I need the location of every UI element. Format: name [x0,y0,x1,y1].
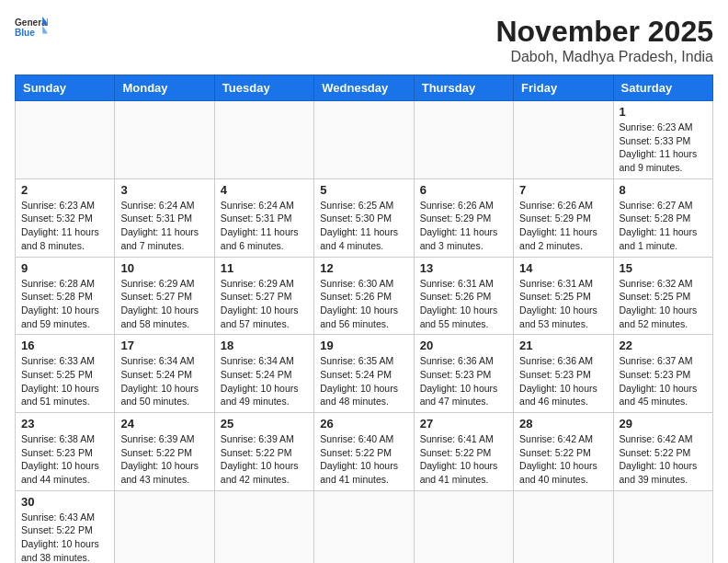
cell-info: Sunset: 5:22 PM [519,446,607,460]
calendar-cell: 25Sunrise: 6:39 AMSunset: 5:22 PMDayligh… [214,413,313,491]
calendar-cell: 6Sunrise: 6:26 AMSunset: 5:29 PMDaylight… [414,178,513,257]
cell-info: Daylight: 10 hours and 52 minutes. [620,304,707,330]
cell-info: Sunset: 5:24 PM [221,368,308,382]
day-number: 15 [620,261,707,275]
cell-info: Daylight: 11 hours and 3 minutes. [420,225,507,252]
day-number: 22 [620,339,707,352]
cell-info: Sunset: 5:32 PM [21,212,108,225]
cell-info: Sunset: 5:22 PM [120,446,208,460]
calendar-week-0: 1Sunrise: 6:23 AMSunset: 5:33 PMDaylight… [16,101,713,179]
cell-info: Sunset: 5:30 PM [320,212,407,225]
cell-info: Daylight: 10 hours and 55 minutes. [420,304,507,330]
cell-info: Sunrise: 6:36 AM [420,354,507,368]
calendar-cell: 1Sunrise: 6:23 AMSunset: 5:33 PMDaylight… [613,101,712,179]
cell-info: Daylight: 11 hours and 1 minute. [620,225,707,252]
calendar-cell: 16Sunrise: 6:33 AMSunset: 5:25 PMDayligh… [16,335,115,413]
weekday-header-tuesday: Tuesday [214,75,313,101]
cell-info: Sunrise: 6:23 AM [21,199,108,213]
cell-info: Daylight: 10 hours and 43 minutes. [120,459,208,486]
cell-info: Sunset: 5:31 PM [221,212,308,225]
day-number: 30 [21,495,108,509]
cell-info: Daylight: 10 hours and 49 minutes. [221,382,308,408]
cell-info: Sunrise: 6:32 AM [620,277,707,291]
calendar-cell: 8Sunrise: 6:27 AMSunset: 5:28 PMDaylight… [613,178,712,257]
day-number: 14 [519,261,607,275]
cell-info: Daylight: 10 hours and 45 minutes. [620,382,707,408]
day-number: 7 [519,183,607,197]
calendar-cell [514,101,613,179]
day-number: 13 [420,261,507,275]
day-number: 17 [120,339,208,352]
calendar-cell: 17Sunrise: 6:34 AMSunset: 5:24 PMDayligh… [115,335,214,413]
cell-info: Sunrise: 6:30 AM [320,277,407,291]
cell-info: Sunrise: 6:23 AM [620,121,707,134]
month-title: November 2025 [495,15,713,49]
calendar-cell [613,490,712,563]
cell-info: Sunrise: 6:29 AM [120,277,208,291]
calendar-week-5: 30Sunrise: 6:43 AMSunset: 5:22 PMDayligh… [16,490,713,563]
weekday-header-wednesday: Wednesday [314,75,414,101]
calendar-week-1: 2Sunrise: 6:23 AMSunset: 5:32 PMDaylight… [16,178,713,257]
calendar-cell: 10Sunrise: 6:29 AMSunset: 5:27 PMDayligh… [115,257,214,335]
calendar-cell: 20Sunrise: 6:36 AMSunset: 5:23 PMDayligh… [414,335,513,413]
weekday-header-monday: Monday [115,75,214,101]
calendar-cell: 23Sunrise: 6:38 AMSunset: 5:23 PMDayligh… [16,413,115,491]
calendar-cell: 3Sunrise: 6:24 AMSunset: 5:31 PMDaylight… [115,178,214,257]
cell-info: Sunrise: 6:39 AM [120,432,208,446]
cell-info: Sunset: 5:23 PM [21,446,108,460]
cell-info: Sunrise: 6:28 AM [21,277,108,291]
calendar-cell: 4Sunrise: 6:24 AMSunset: 5:31 PMDaylight… [214,178,313,257]
calendar-cell [115,101,214,179]
day-number: 25 [221,417,308,431]
cell-info: Sunrise: 6:42 AM [620,432,707,446]
day-number: 3 [120,183,208,197]
weekday-header-row: SundayMondayTuesdayWednesdayThursdayFrid… [16,75,713,101]
cell-info: Daylight: 11 hours and 8 minutes. [21,225,108,252]
cell-info: Daylight: 10 hours and 39 minutes. [620,459,707,486]
calendar-cell [115,490,214,563]
day-number: 21 [519,339,607,352]
cell-info: Sunset: 5:23 PM [620,368,707,382]
day-number: 8 [620,183,707,197]
calendar-cell: 12Sunrise: 6:30 AMSunset: 5:26 PMDayligh… [314,257,414,335]
day-number: 26 [320,417,407,431]
calendar-cell: 9Sunrise: 6:28 AMSunset: 5:28 PMDaylight… [16,257,115,335]
calendar-cell: 11Sunrise: 6:29 AMSunset: 5:27 PMDayligh… [214,257,313,335]
cell-info: Sunrise: 6:27 AM [620,199,707,213]
cell-info: Sunrise: 6:31 AM [519,277,607,291]
cell-info: Daylight: 10 hours and 41 minutes. [320,459,407,486]
calendar-cell: 5Sunrise: 6:25 AMSunset: 5:30 PMDaylight… [314,178,414,257]
cell-info: Sunrise: 6:43 AM [21,511,108,524]
cell-info: Sunset: 5:28 PM [21,290,108,304]
day-number: 24 [120,417,208,431]
calendar-cell: 14Sunrise: 6:31 AMSunset: 5:25 PMDayligh… [514,257,613,335]
calendar-cell [514,490,613,563]
calendar-cell [314,101,414,179]
cell-info: Daylight: 10 hours and 41 minutes. [420,459,507,486]
cell-info: Sunset: 5:27 PM [221,290,308,304]
cell-info: Sunset: 5:22 PM [620,446,707,460]
cell-info: Sunrise: 6:42 AM [519,432,607,446]
cell-info: Daylight: 10 hours and 46 minutes. [519,382,607,408]
logo-svg: General Blue [15,15,48,40]
day-number: 11 [221,261,308,275]
cell-info: Sunset: 5:31 PM [120,212,208,225]
cell-info: Sunrise: 6:24 AM [221,199,308,213]
weekday-header-friday: Friday [514,75,613,101]
calendar-cell: 29Sunrise: 6:42 AMSunset: 5:22 PMDayligh… [613,413,712,491]
cell-info: Daylight: 11 hours and 4 minutes. [320,225,407,252]
cell-info: Sunrise: 6:26 AM [420,199,507,213]
day-number: 5 [320,183,407,197]
calendar-cell [414,101,513,179]
calendar-week-2: 9Sunrise: 6:28 AMSunset: 5:28 PMDaylight… [16,257,713,335]
calendar-cell: 7Sunrise: 6:26 AMSunset: 5:29 PMDaylight… [514,178,613,257]
cell-info: Sunset: 5:25 PM [21,368,108,382]
cell-info: Sunrise: 6:31 AM [420,277,507,291]
weekday-header-thursday: Thursday [414,75,513,101]
cell-info: Sunset: 5:28 PM [620,212,707,225]
calendar-cell [414,490,513,563]
cell-info: Sunset: 5:26 PM [420,290,507,304]
cell-info: Sunset: 5:24 PM [320,368,407,382]
cell-info: Daylight: 10 hours and 57 minutes. [221,304,308,330]
cell-info: Sunset: 5:25 PM [620,290,707,304]
